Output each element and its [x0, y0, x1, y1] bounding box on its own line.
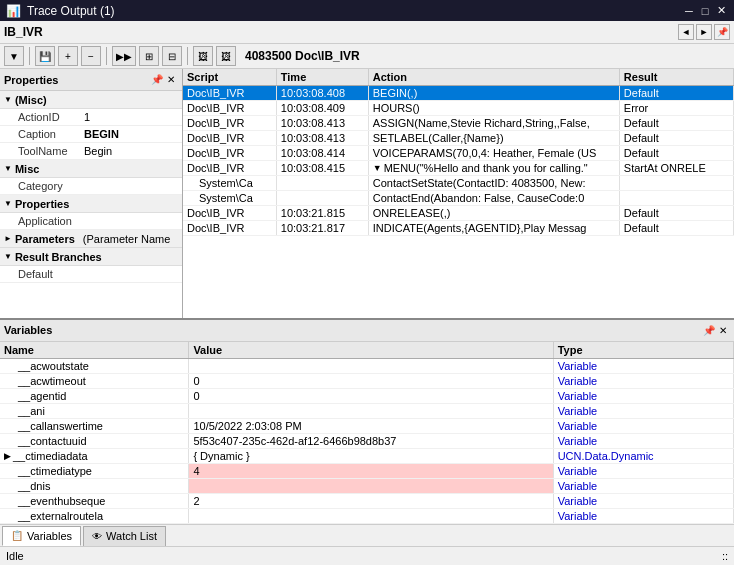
- properties-header: Properties 📌 ✕: [0, 69, 182, 91]
- var-row[interactable]: __acwoutstateVariable: [0, 358, 734, 373]
- nav-left-button[interactable]: ◄: [678, 24, 694, 40]
- status-text: Idle: [6, 550, 24, 562]
- var-cell-type: Variable: [553, 403, 733, 418]
- trace-row[interactable]: Doc\IB_IVR10:03:08.414VOICEPARAMS(70,0,4…: [183, 146, 734, 161]
- trace-cell-script: Doc\IB_IVR: [183, 116, 276, 131]
- trace-cell-result: [619, 191, 733, 206]
- section-props[interactable]: ▼ Properties: [0, 195, 182, 213]
- separator1: [29, 47, 30, 65]
- col-type: Type: [553, 342, 733, 359]
- trace-cell-action: VOICEPARAMS(70,0,4: Heather, Female (US: [368, 146, 619, 161]
- trace-cell-time: 10:03:08.415: [276, 161, 368, 176]
- grid-button2[interactable]: ⊟: [162, 46, 182, 66]
- trace-cell-action: ContactSetState(ContactID: 4083500, New:: [368, 176, 619, 191]
- var-cell-value: [189, 403, 553, 418]
- trace-cell-result: Error: [619, 101, 733, 116]
- var-row[interactable]: ▶__ctimediadata{ Dynamic }UCN.Data.Dynam…: [0, 448, 734, 463]
- tab-watchlist[interactable]: 👁 Watch List: [83, 526, 166, 546]
- vars-scroll[interactable]: Name Value Type __acwoutstateVariable__a…: [0, 342, 734, 524]
- image-button2[interactable]: 🖼: [216, 46, 236, 66]
- section-misc2[interactable]: ▼ Misc: [0, 160, 182, 178]
- vars-header-row: Name Value Type: [0, 342, 734, 359]
- var-row[interactable]: __callanswertime10/5/2022 2:03:08 PMVari…: [0, 418, 734, 433]
- trace-row[interactable]: Doc\IB_IVR10:03:08.413SETLABEL(Caller,{N…: [183, 131, 734, 146]
- title-bar: 📊 Trace Output (1) ─ □ ✕: [0, 0, 734, 21]
- var-cell-type: Variable: [553, 388, 733, 403]
- trace-row[interactable]: Doc\IB_IVR10:03:21.817INDICATE(Agents,{A…: [183, 221, 734, 236]
- var-row[interactable]: __agentid0Variable: [0, 388, 734, 403]
- properties-pin-button[interactable]: 📌: [150, 73, 164, 87]
- minimize-button[interactable]: ─: [682, 4, 696, 18]
- trace-cell-time: 10:03:08.409: [276, 101, 368, 116]
- prop-toolname: ToolName Begin: [0, 143, 182, 160]
- expand-icon[interactable]: ▶: [4, 451, 11, 461]
- trace-cell-action: INDICATE(Agents,{AGENTID},Play Messag: [368, 221, 619, 236]
- trace-scroll[interactable]: Script Time Action Result Doc\IB_IVR10:0…: [183, 69, 734, 318]
- image-button1[interactable]: 🖼: [193, 46, 213, 66]
- var-cell-name: __ctimediatype: [0, 463, 189, 478]
- prop-caption: Caption BEGIN: [0, 126, 182, 143]
- var-row[interactable]: __eventhubseque2Variable: [0, 493, 734, 508]
- dropdown-button[interactable]: ▼: [4, 46, 24, 66]
- var-cell-value: 10/5/2022 2:03:08 PM: [189, 418, 553, 433]
- pin-button[interactable]: 📌: [714, 24, 730, 40]
- trace-row[interactable]: Doc\IB_IVR10:03:08.408BEGIN(,)Default: [183, 86, 734, 101]
- tab-variables[interactable]: 📋 Variables: [2, 526, 81, 546]
- var-row[interactable]: __contactuuid5f53c407-235c-462d-af12-646…: [0, 433, 734, 448]
- trace-row[interactable]: System\CaContactEnd(Abandon: False, Caus…: [183, 191, 734, 206]
- add-button[interactable]: +: [58, 46, 78, 66]
- var-row[interactable]: __acwtimeout0Variable: [0, 373, 734, 388]
- maximize-button[interactable]: □: [698, 4, 712, 18]
- var-row[interactable]: __externalroutelaVariable: [0, 508, 734, 523]
- trace-row[interactable]: Doc\IB_IVR10:03:08.415▼MENU("%Hello and …: [183, 161, 734, 176]
- trace-cell-script: Doc\IB_IVR: [183, 131, 276, 146]
- trace-header-row: Script Time Action Result: [183, 69, 734, 86]
- trace-cell-result: [619, 176, 733, 191]
- var-row[interactable]: __ctimediatype4Variable: [0, 463, 734, 478]
- variables-close-button[interactable]: ✕: [716, 323, 730, 337]
- grid-button1[interactable]: ⊞: [139, 46, 159, 66]
- col-value: Value: [189, 342, 553, 359]
- close-button[interactable]: ✕: [714, 4, 728, 18]
- properties-panel: Properties 📌 ✕ ▼ (Misc) ActionID 1 Capti…: [0, 69, 183, 318]
- trace-cell-time: [276, 191, 368, 206]
- var-row[interactable]: __aniVariable: [0, 403, 734, 418]
- expand-icon[interactable]: ▼: [373, 163, 382, 173]
- trace-cell-time: 10:03:08.413: [276, 116, 368, 131]
- section-parameters[interactable]: ► Parameters (Parameter Name: [0, 230, 182, 248]
- section-misc[interactable]: ▼ (Misc): [0, 91, 182, 109]
- toolbar2: ▼ 💾 + − ▶▶ ⊞ ⊟ 🖼 🖼 4083500 Doc\IB_IVR: [0, 44, 734, 69]
- tab-watchlist-icon: 👁: [92, 531, 102, 542]
- tab-variables-icon: 📋: [11, 530, 23, 541]
- trace-cell-script: Doc\IB_IVR: [183, 161, 276, 176]
- var-row[interactable]: __dnisVariable: [0, 478, 734, 493]
- trace-row[interactable]: System\CaContactSetState(ContactID: 4083…: [183, 176, 734, 191]
- toolbar1: IB_IVR ◄ ► 📌: [0, 21, 734, 44]
- window-title: Trace Output (1): [27, 4, 682, 18]
- var-cell-type: Variable: [553, 433, 733, 448]
- status-bar: Idle ::: [0, 546, 734, 565]
- section-result-branches[interactable]: ▼ Result Branches: [0, 248, 182, 266]
- variables-table: Name Value Type __acwoutstateVariable__a…: [0, 342, 734, 524]
- properties-close-button[interactable]: ✕: [164, 73, 178, 87]
- var-cell-value: [189, 478, 553, 493]
- toolbar1-label: IB_IVR: [4, 25, 43, 39]
- trace-cell-result: Default: [619, 86, 733, 101]
- nav-right-button[interactable]: ►: [696, 24, 712, 40]
- trace-cell-script: Doc\IB_IVR: [183, 206, 276, 221]
- variables-title: Variables: [4, 324, 52, 336]
- var-cell-value: 2: [189, 493, 553, 508]
- save-button[interactable]: 💾: [35, 46, 55, 66]
- variables-pin-button[interactable]: 📌: [702, 323, 716, 337]
- trace-row[interactable]: Doc\IB_IVR10:03:08.413ASSIGN(Name,Stevie…: [183, 116, 734, 131]
- play-all-button[interactable]: ▶▶: [112, 46, 136, 66]
- separator3: [187, 47, 188, 65]
- trace-cell-action: ONRELEASE(,): [368, 206, 619, 221]
- trace-cell-script: System\Ca: [183, 191, 276, 206]
- remove-button[interactable]: −: [81, 46, 101, 66]
- trace-cell-time: 10:03:08.408: [276, 86, 368, 101]
- trace-row[interactable]: Doc\IB_IVR10:03:21.815ONRELEASE(,)Defaul…: [183, 206, 734, 221]
- col-action: Action: [368, 69, 619, 86]
- trace-row[interactable]: Doc\IB_IVR10:03:08.409HOURS()Error: [183, 101, 734, 116]
- trace-cell-result: StartAt ONRELE: [619, 161, 733, 176]
